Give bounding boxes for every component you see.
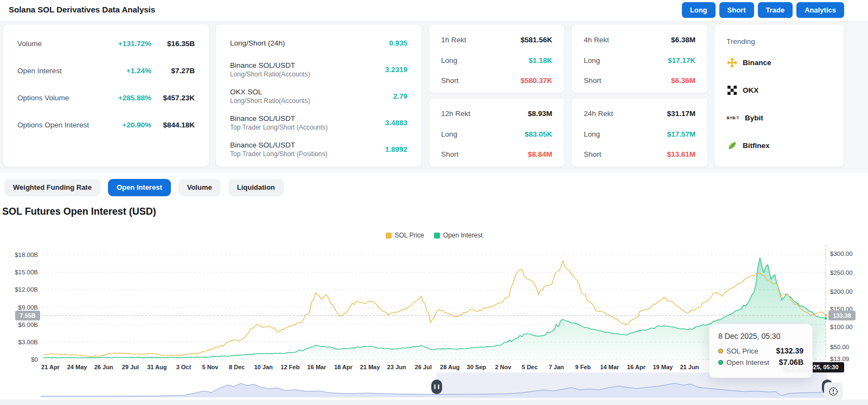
binance-logo (726, 57, 737, 68)
sol-price-dot-icon (718, 349, 723, 353)
left-axis-crosshair-badge: 7.55B (15, 311, 40, 320)
rekt-short-value: $13.61M (667, 150, 695, 158)
bybit-logo: BYBIT (726, 113, 739, 124)
x-axis-tick: 24 May (67, 364, 88, 370)
rekt-short-row: Short$13.61M (572, 144, 707, 165)
rekt-label: 24h Rekt (584, 110, 613, 118)
stat-row-2: Options Volume+285.88%$457.23K (3, 84, 209, 111)
left-axis-tick: $0 (31, 356, 38, 363)
ratio-value: 1.8992 (385, 145, 407, 153)
okx-logo (726, 85, 737, 96)
x-axis-tick: 18 Apr (334, 364, 353, 370)
stat-change-pct: +20.90% (103, 121, 151, 129)
trending-card: Trending BinanceOKXBYBITBybitBitfinex (714, 24, 844, 167)
tab-open-interest[interactable]: Open Interest (108, 179, 171, 196)
stat-change-pct: +131.72% (103, 40, 151, 48)
trending-item-bybit[interactable]: BYBITBybit (714, 104, 844, 132)
rekt-short-value: $6.36M (671, 76, 695, 85)
x-axis-tick: 28 Aug (440, 364, 459, 370)
right-axis-tick: $200.00 (830, 288, 853, 295)
stat-value: $844.18K (151, 121, 195, 129)
rekt-label: Short (584, 76, 601, 85)
analytics-button[interactable]: Analytics (796, 2, 844, 18)
trending-item-okx[interactable]: OKX (714, 76, 844, 104)
rekt-long-row: Long$1.18K (429, 50, 564, 71)
x-axis-tick: 29 Jul (122, 364, 139, 370)
chart-tooltip: 8 Dec 2025, 05:30 SOL Price $132.39 Open… (709, 324, 813, 378)
right-axis-tick: $50.00 (830, 344, 849, 350)
x-axis-tick: 23 Jun (387, 364, 406, 370)
rekt-total-value: $581.56K (520, 36, 552, 44)
tooltip-title: 8 Dec 2025, 05:30 (718, 332, 803, 340)
trade-button[interactable]: Trade (758, 2, 793, 18)
left-axis-tick: $15.00B (15, 269, 38, 275)
page-header: Solana SOL Derivatives Data Analysis Lon… (0, 0, 868, 21)
x-axis-tick: 3 Oct (176, 364, 192, 370)
left-axis-tick: $6.00B (18, 322, 39, 328)
chart-alert-settings-button[interactable] (824, 382, 843, 401)
navigator-left-handle[interactable] (431, 380, 442, 394)
right-axis-tick: $250.00 (830, 269, 853, 276)
left-axis-tick: $9.00B (18, 304, 39, 311)
series-end-dot (824, 313, 827, 317)
tooltip-row-open-interest: Open Interest $7.06B (718, 358, 803, 367)
x-axis-tick: 26 Jul (415, 364, 432, 370)
stat-value: $7.27B (151, 67, 195, 75)
x-axis-tick: 10 Jan (254, 364, 273, 370)
legend-label: Open Interest (443, 232, 483, 239)
trending-title: Trending (714, 24, 844, 49)
ratio-value: 0.935 (389, 39, 407, 47)
rekt-total-row: 1h Rekt$581.56K (429, 30, 564, 50)
stat-label: Volume (17, 40, 42, 48)
stat-label: Options Open Interest (17, 121, 89, 129)
ratio-titles: OKX SOLLong/Short Ratio(Accounts) (230, 88, 310, 105)
rekt-label: Short (441, 76, 458, 85)
open-interest-area (43, 258, 826, 359)
ratio-subtitle: Long/Short Ratio(Accounts) (230, 97, 310, 105)
stat-row-3: Options Open Interest+20.90%$844.18K (3, 111, 209, 138)
x-axis-tick: 19 May (653, 364, 673, 370)
rekt-label: Long (584, 130, 600, 138)
long-button[interactable]: Long (682, 2, 716, 18)
short-button[interactable]: Short (719, 2, 754, 18)
x-axis-tick: 21 Jun (680, 364, 699, 370)
x-axis-tick: 16 Apr (627, 364, 646, 370)
legend-item-open-interest[interactable]: Open Interest (434, 232, 483, 239)
rekt-total-row: 24h Rekt$31.17M (572, 104, 707, 124)
ratio-row-4: Binance SOL/USDTTop Trader Long/Short (P… (216, 136, 422, 163)
trending-item-bitfinex[interactable]: Bitfinex (714, 132, 844, 159)
legend-label: SOL Price (395, 232, 424, 239)
x-axis-tick: 30 Sep (467, 364, 487, 370)
trending-item-binance[interactable]: Binance (714, 49, 844, 76)
rekt-short-row: Short$8.84M (429, 144, 564, 165)
page-title: Solana SOL Derivatives Data Analysis (9, 5, 155, 14)
ratio-value: 2.79 (393, 92, 407, 100)
tab-weighted-funding-rate[interactable]: Weighted Funding Rate (4, 179, 100, 196)
rekt-long-value: $83.05K (525, 130, 552, 138)
trending-name: Bybit (745, 114, 763, 122)
trending-name: Bitfinex (743, 142, 770, 150)
ratio-titles: Binance SOL/USDTTop Trader Long/Short (P… (230, 141, 327, 158)
stat-change-pct: +285.88% (103, 94, 151, 102)
legend-swatch-icon (386, 233, 392, 239)
rekt-total-value: $31.17M (667, 110, 695, 118)
rekt-label: Long (441, 130, 457, 138)
ratio-row-2: OKX SOLLong/Short Ratio(Accounts)2.79 (216, 83, 422, 110)
legend-item-sol-price[interactable]: SOL Price (386, 232, 424, 239)
series-end-dot (824, 317, 827, 320)
ratio-titles: Binance SOL/USDTLong/Short Ratio(Account… (230, 61, 310, 78)
rekt-label: Long (441, 56, 457, 65)
rekt-long-row: Long$17.57M (572, 124, 707, 145)
ratio-row-3: Binance SOL/USDTTop Trader Long/Short (A… (216, 110, 422, 136)
tab-volume[interactable]: Volume (178, 179, 221, 196)
rekt-total-value: $8.93M (528, 110, 552, 118)
rekt-card-4h: 4h Rekt$6.38MLong$17.17KShort$6.36M (571, 24, 708, 93)
ratio-subtitle: Top Trader Long/Short (Accounts) (230, 124, 328, 131)
header-buttons: Long Short Trade Analytics (682, 2, 844, 18)
volume-stats-card: Volume+131.72%$16.35BOpen Interest+1.24%… (3, 24, 209, 167)
x-axis-tick: 12 Feb (280, 364, 299, 370)
tab-liquidation[interactable]: Liquidation (228, 179, 284, 196)
right-axis-tick: $300.00 (830, 250, 853, 257)
trending-name: OKX (743, 86, 758, 94)
rekt-label: 4h Rekt (584, 36, 609, 44)
